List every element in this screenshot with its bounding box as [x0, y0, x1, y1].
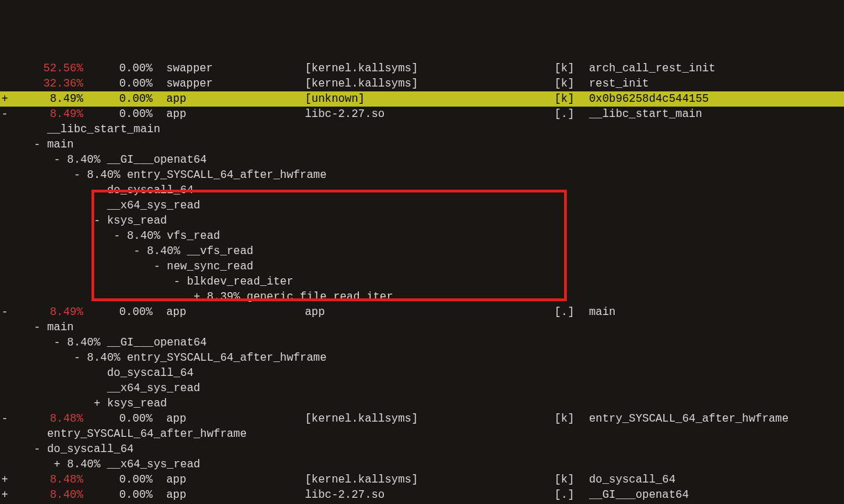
overhead: 8.49% [14, 305, 83, 320]
comm: app [166, 305, 305, 320]
overhead: 8.49% [14, 107, 83, 122]
children: 0.00% [83, 61, 152, 76]
comm: app [166, 472, 305, 487]
children: 0.00% [83, 76, 152, 91]
sym: __GI___openat64 [589, 487, 844, 503]
sym-pre: [.] [554, 305, 589, 320]
perf-tree-row[interactable]: - 8.40% vfs_read [0, 228, 844, 244]
sym: rest_init [589, 76, 844, 91]
sym: __libc_start_main [589, 107, 844, 122]
comm: app [166, 411, 305, 426]
overhead: 8.48% [14, 411, 83, 426]
children: 0.00% [83, 472, 152, 487]
sym: 0x0b96258d4c544155 [589, 91, 844, 107]
tree-text: __x64_sys_read [0, 381, 200, 396]
comm: swapper [166, 61, 305, 76]
perf-entry-row[interactable]: +8.49%0.00% app[unknown][k]0x0b96258d4c5… [0, 91, 844, 107]
prefix: + [0, 472, 14, 487]
perf-entry-row[interactable]: +8.48%0.00% app[kernel.kallsyms][k]do_sy… [0, 472, 844, 487]
perf-tree-row[interactable]: - blkdev_read_iter [0, 274, 844, 289]
prefix: - [0, 305, 14, 320]
dso: [unknown] [305, 91, 554, 107]
prefix: + [0, 487, 14, 503]
prefix: - [0, 107, 14, 122]
dso: [kernel.kallsyms] [305, 472, 554, 487]
perf-entry-row[interactable]: -8.49%0.00% applibc-2.27.so[.]__libc_sta… [0, 107, 844, 122]
perf-tree-row[interactable]: __libc_start_main [0, 122, 844, 137]
perf-tree-row[interactable]: - 8.40% __vfs_read [0, 244, 844, 259]
perf-entry-row[interactable]: +8.40%0.00% applibc-2.27.so[.]__GI___ope… [0, 487, 844, 503]
tree-text: - 8.40% vfs_read [0, 228, 220, 244]
perf-tree-row[interactable]: do_syscall_64 [0, 183, 844, 198]
perf-tree-row[interactable]: + ksys_read [0, 396, 844, 411]
tree-text: - ksys_read [0, 213, 167, 228]
sym: arch_call_rest_init [589, 61, 844, 76]
perf-tree-row[interactable]: __x64_sys_read [0, 198, 844, 213]
overhead: 52.56% [14, 61, 83, 76]
tree-text: - 8.40% __GI___openat64 [0, 152, 206, 168]
perf-entry-row[interactable]: -8.48%0.00% app[kernel.kallsyms][k]entry… [0, 411, 844, 426]
tree-text: __x64_sys_read [0, 198, 200, 213]
perf-tree-row[interactable]: - do_syscall_64 [0, 442, 844, 457]
children: 0.00% [83, 107, 152, 122]
sym-pre: [k] [554, 472, 589, 487]
tree-text: - main [0, 320, 73, 335]
tree-text: - 8.40% entry_SYSCALL_64_after_hwframe [0, 350, 326, 366]
perf-tree-row[interactable]: - 8.40% __GI___openat64 [0, 152, 844, 168]
perf-tree-row[interactable]: - main [0, 137, 844, 152]
perf-tree-row[interactable]: entry_SYSCALL_64_after_hwframe [0, 426, 844, 442]
overhead: 8.49% [14, 91, 83, 107]
tree-text: - do_syscall_64 [0, 442, 134, 457]
perf-tree-row[interactable]: - main [0, 320, 844, 335]
sym-pre: [.] [554, 487, 589, 503]
perf-tree-row[interactable]: - new_sync_read [0, 259, 844, 274]
sym-pre: [k] [554, 76, 589, 91]
tree-text: - 8.40% entry_SYSCALL_64_after_hwframe [0, 168, 326, 183]
prefix: - [0, 411, 14, 426]
comm: app [166, 107, 305, 122]
children: 0.00% [83, 411, 152, 426]
tree-text: - 8.40% __vfs_read [0, 244, 254, 259]
perf-tree-row[interactable]: __x64_sys_read [0, 381, 844, 396]
perf-tree-row[interactable]: do_syscall_64 [0, 366, 844, 381]
children: 0.00% [83, 91, 152, 107]
sym-pre: [k] [554, 61, 589, 76]
tree-text: + 8.39% generic_file_read_iter [0, 289, 393, 305]
sym: entry_SYSCALL_64_after_hwframe [589, 411, 844, 426]
tree-text: __libc_start_main [0, 122, 160, 137]
sym: main [589, 305, 844, 320]
dso: app [305, 305, 554, 320]
perf-tree-row[interactable]: + 8.40% __x64_sys_read [0, 457, 844, 472]
tree-text: - blkdev_read_iter [0, 274, 293, 289]
overhead: 8.48% [14, 472, 83, 487]
dso: [kernel.kallsyms] [305, 411, 554, 426]
perf-entry-row[interactable]: 52.56%0.00% swapper[kernel.kallsyms][k]a… [0, 61, 844, 76]
overhead: 8.40% [14, 487, 83, 503]
dso: libc-2.27.so [305, 107, 554, 122]
sym: do_syscall_64 [589, 472, 844, 487]
prefix: + [0, 91, 14, 107]
comm: swapper [166, 76, 305, 91]
tree-text: + ksys_read [0, 396, 167, 411]
dso: [kernel.kallsyms] [305, 61, 554, 76]
tree-text: do_syscall_64 [0, 183, 193, 198]
dso: libc-2.27.so [305, 487, 554, 503]
tree-text: entry_SYSCALL_64_after_hwframe [0, 426, 247, 442]
comm: app [166, 487, 305, 503]
tree-text: - 8.40% __GI___openat64 [0, 335, 206, 350]
perf-tree-row[interactable]: - 8.40% entry_SYSCALL_64_after_hwframe [0, 350, 844, 366]
sym-pre: [k] [554, 411, 589, 426]
perf-tree-row[interactable]: - 8.40% entry_SYSCALL_64_after_hwframe [0, 168, 844, 183]
children: 0.00% [83, 305, 152, 320]
tree-text: - new_sync_read [0, 259, 254, 274]
overhead: 32.36% [14, 76, 83, 91]
dso: [kernel.kallsyms] [305, 76, 554, 91]
tree-text: - main [0, 137, 73, 152]
perf-tree-row[interactable]: + 8.39% generic_file_read_iter [0, 289, 844, 305]
perf-tree-row[interactable]: - ksys_read [0, 213, 844, 228]
perf-tree-row[interactable]: - 8.40% __GI___openat64 [0, 335, 844, 350]
perf-entry-row[interactable]: 32.36%0.00% swapper[kernel.kallsyms][k]r… [0, 76, 844, 91]
sym-pre: [k] [554, 91, 589, 107]
tree-text: + 8.40% __x64_sys_read [0, 457, 200, 472]
perf-entry-row[interactable]: -8.49%0.00% appapp[.]main [0, 305, 844, 320]
